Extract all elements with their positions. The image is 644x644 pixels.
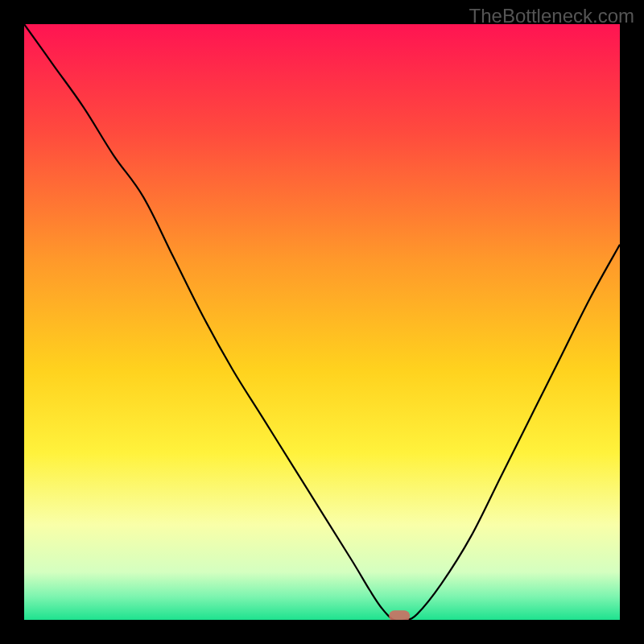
chart-background bbox=[24, 24, 620, 620]
watermark-text: TheBottleneck.com bbox=[469, 5, 634, 27]
bottleneck-chart bbox=[24, 24, 620, 620]
optimal-marker bbox=[389, 610, 410, 620]
